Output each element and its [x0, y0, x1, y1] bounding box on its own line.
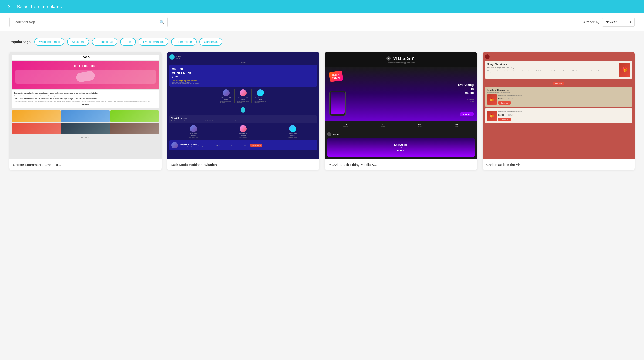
xmas-shop-btn-1[interactable]: Shop Now [498, 101, 510, 105]
page-title: Select from templates [17, 4, 62, 9]
xmas-price-1: $19.00 [498, 98, 504, 100]
tag-ecommerce[interactable]: Ecommerce [171, 38, 196, 46]
xmas-product-info-2: Save time for things worth celebrating. … [498, 110, 631, 121]
webinar-spacing-row: SPACING INDESIGN Sed vitae augue SPACING… [170, 125, 317, 138]
webinar-speakers-row: SPEAKER FULL NAME logic: Designer forhum… [170, 88, 317, 104]
template-card-webinar[interactable]: ✦ to yourname 03/05/2021 ONLINECONFERENC… [167, 52, 320, 170]
webinar-bottom-speaker: SPEAKER FULL NAME Sed vitae augue egesta… [170, 140, 317, 150]
xmas-family-section: Family & Happyness Save time for things … [485, 87, 632, 107]
close-button[interactable]: × [6, 3, 13, 10]
muzzik-headline: Everythingismusic [458, 83, 474, 95]
template-card-christmas[interactable]: Merry Christmas Save time for things wor… [483, 52, 635, 170]
template-card-shoes-ecommerce[interactable]: LOGO GET THIS ON! Cras condimentum iacul… [9, 52, 162, 170]
arrange-select[interactable]: Newest Oldest Popular [602, 18, 635, 26]
webinar-logo: ✦ [170, 54, 174, 59]
xmas-family-title: Family & Happyness [487, 89, 631, 91]
webinar-title-block: ONLINECONFERENCE2021 Sed vitae augue ege… [170, 65, 317, 87]
template-preview-christmas: Merry Christmas Save time for things wor… [483, 52, 635, 159]
xmas-family-sub: Save time for things worth celebrating [487, 91, 631, 93]
webinar-mic [170, 106, 317, 114]
template-preview-webinar: ✦ to yourname 03/05/2021 ONLINECONFERENC… [167, 52, 320, 159]
xmas-product-desc-2: Save time for things worth celebrating. [498, 110, 631, 112]
arrange-label: Arrange by [584, 20, 599, 24]
xmas-product-image-2: 🎁 [487, 110, 497, 121]
tag-promotional[interactable]: Promotional [92, 38, 117, 46]
templates-grid: LOGO GET THIS ON! Cras condimentum iacul… [9, 52, 635, 170]
search-box: 🔍 [9, 17, 168, 27]
muzzik-sub: The best music mobile app in the world [328, 62, 474, 63]
xmas-product-image-1: 🎁 [487, 94, 497, 105]
xmas-title: Merry Christmas [487, 63, 617, 66]
xmas-header [485, 54, 632, 59]
shoes-logo: LOGO [12, 55, 159, 59]
template-name-shoes: Shoes! Ecommerce Email Te... [9, 159, 162, 170]
shoes-footer: ORANGE [12, 137, 159, 139]
xmas-code-section: Use code [485, 80, 632, 85]
popular-tags: Popular tags: Welcome email Seasonal Pro… [9, 38, 635, 46]
xmas-product-row-2: 🎁 Save time for things worth celebrating… [485, 108, 632, 123]
muzzik-phone-section: BlackFriday Everythingismusic RocknessFe… [325, 67, 477, 121]
template-name-webinar: Dark Mode Webinar Invitation [167, 159, 320, 170]
shoes-grid [12, 110, 159, 134]
xmas-price-2: $19.00 [498, 114, 504, 116]
webinar-header: ✦ to yourname [170, 54, 317, 59]
webinar-date: 03/05/2021 [170, 61, 317, 63]
xmas-hero-image: 🎁 [619, 63, 630, 77]
tag-welcome-email[interactable]: Welcome email [34, 38, 64, 46]
muzzik-top: ● MUSSY The best music mobile app in the… [325, 52, 477, 67]
webinar-about: About the event Sed vitae augue egestas,… [170, 115, 317, 123]
xmas-old-price-1: $17.99 [508, 98, 514, 100]
xmas-main-card: Merry Christmas Save time for things wor… [485, 61, 632, 79]
template-name-muzzik: Muzzik Black Friday Mobile A... [325, 159, 477, 170]
xmas-product-desc: Save time for things worth celebrating. [498, 94, 631, 96]
xmas-product-row-1: 🎁 Save time for things worth celebrating… [487, 94, 631, 105]
template-name-christmas: Christmas is in the Air [483, 159, 635, 170]
muzzik-badge: BlackFriday [329, 70, 343, 82]
xmas-save-text: Save time for things worth celebrating. [487, 66, 617, 69]
xmas-old-price-2: $17.99 [508, 114, 514, 116]
popular-tags-label: Popular tags: [9, 40, 32, 44]
tag-seasonal[interactable]: Seasonal [67, 38, 89, 46]
xmas-use-code-btn[interactable]: Use code [553, 82, 564, 85]
header: × Select from templates [0, 0, 644, 13]
shoes-text: Cras condimentum iaculis mauris, sed auc… [12, 90, 159, 108]
xmas-product-info-1: Save time for things worth celebrating. … [498, 94, 631, 105]
muzzik-phone [330, 90, 346, 116]
tag-christmas[interactable]: Christmas [199, 38, 222, 46]
template-preview-muzzik: ● MUSSY The best music mobile app in the… [325, 52, 477, 159]
arrange-select-wrapper: Newest Oldest Popular ▼ [602, 18, 635, 26]
arrange-by: Arrange by Newest Oldest Popular ▼ [584, 18, 635, 26]
tag-free[interactable]: Free [120, 38, 136, 46]
toolbar: 🔍 Arrange by Newest Oldest Popular ▼ [0, 13, 644, 31]
xmas-shop-btn-2[interactable]: Shop Now [498, 117, 510, 121]
content: Popular tags: Welcome email Seasonal Pro… [0, 31, 644, 176]
xmas-logo-icon [485, 54, 490, 59]
search-icon: 🔍 [160, 20, 164, 24]
muzzik-stats: 75 Lorem 3 Lorem 28 Lorem 55 [325, 121, 477, 130]
muzzik-brand: MUSSY [392, 55, 415, 61]
xmas-body: Pellentesque mollis sem tristique lorem … [487, 70, 617, 74]
tag-event-invitation[interactable]: Event invitation [138, 38, 168, 46]
search-input[interactable] [9, 17, 168, 27]
template-card-muzzik[interactable]: ● MUSSY The best music mobile app in the… [325, 52, 477, 170]
muzzik-bottom: MUSSY Everythingismusic [325, 130, 477, 159]
template-preview-shoes: LOGO GET THIS ON! Cras condimentum iacul… [9, 52, 162, 159]
shoes-hero: GET THIS ON! [12, 61, 159, 89]
